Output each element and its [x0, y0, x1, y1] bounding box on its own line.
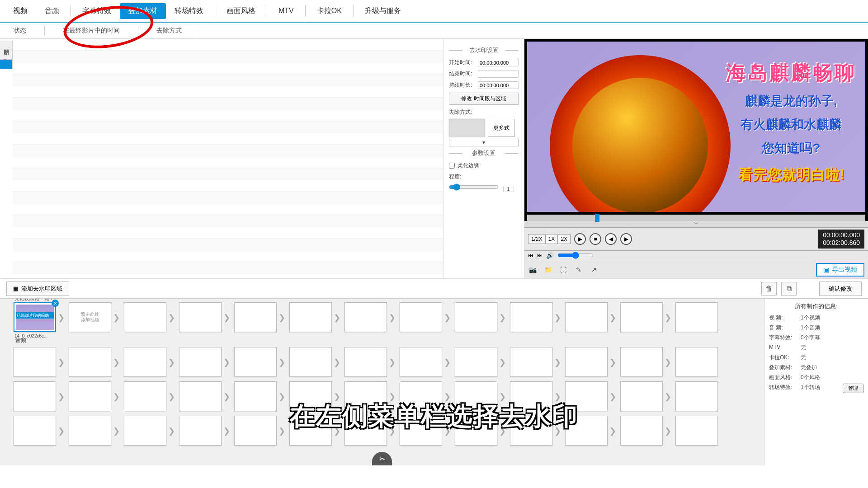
transition-icon[interactable]: ❯ [113, 392, 122, 401]
transition-icon[interactable]: ❯ [223, 313, 232, 322]
transition-icon[interactable]: ❯ [113, 313, 122, 322]
timeline-clip-empty[interactable] [124, 416, 166, 446]
transition-icon[interactable]: ❯ [609, 357, 618, 366]
speed-half[interactable]: 1/2X [528, 235, 546, 244]
timeline-clip-empty[interactable] [179, 347, 222, 377]
clip-remove-icon[interactable]: ✕ [52, 300, 59, 307]
timeline-clip-empty[interactable] [14, 347, 56, 377]
timeline-clip-empty[interactable] [179, 302, 222, 332]
cut-tool-button[interactable]: ✂ [372, 452, 392, 465]
open-folder-icon[interactable]: 📁 [543, 265, 552, 274]
timeline-clip-empty[interactable] [14, 381, 56, 411]
timeline-clip-empty[interactable] [675, 416, 718, 446]
timeline-clip-empty[interactable] [234, 416, 277, 446]
snapshot-icon[interactable]: 📷 [528, 265, 537, 274]
transition-icon[interactable]: ❯ [168, 426, 177, 435]
play-button[interactable]: ▶ [574, 233, 586, 245]
scrubber-handle[interactable] [595, 214, 599, 222]
timeline-clip-empty[interactable] [620, 347, 663, 377]
scrubber-bar[interactable] [527, 215, 865, 221]
vtab-frame[interactable]: 加相框 [0, 50, 12, 60]
timeline-clip-empty[interactable] [289, 347, 332, 377]
timeline-clip-empty[interactable] [179, 381, 222, 411]
transition-icon[interactable]: ❯ [389, 357, 398, 366]
transition-icon[interactable]: ❯ [168, 392, 177, 401]
collapse-handle[interactable]: ︾ [524, 221, 868, 227]
tab-upgrade[interactable]: 升级与服务 [356, 3, 410, 19]
edit-time-region-button[interactable]: 修改 时间段与区域 [449, 93, 519, 105]
timeline-clip-empty[interactable] [289, 302, 332, 332]
input-start-time[interactable] [478, 59, 519, 66]
timeline-clip-empty[interactable] [234, 302, 277, 332]
confirm-changes-button[interactable]: 确认修改 [819, 282, 862, 296]
transition-icon[interactable]: ❯ [389, 313, 398, 322]
transition-icon[interactable]: ❯ [58, 426, 67, 435]
transition-icon[interactable]: ❯ [168, 313, 177, 322]
transition-icon[interactable]: ❯ [609, 392, 618, 401]
tab-video[interactable]: 视频 [5, 3, 36, 19]
timeline-clip-empty[interactable] [179, 416, 222, 446]
timeline-clip-empty[interactable] [620, 416, 663, 446]
input-duration[interactable] [478, 81, 519, 89]
transition-icon[interactable]: ❯ [58, 392, 67, 401]
tab-karaoke[interactable]: 卡拉OK [308, 3, 350, 19]
timeline-clip-empty[interactable] [565, 302, 608, 332]
timeline-clip-empty[interactable] [455, 347, 497, 377]
transition-icon[interactable]: ❯ [223, 426, 232, 435]
transition-icon[interactable]: ❯ [665, 392, 674, 401]
more-methods-button[interactable]: 更多式 [488, 119, 515, 137]
timeline-clip-empty[interactable] [234, 347, 277, 377]
transition-icon[interactable]: ❯ [278, 392, 288, 401]
timeline-clip-empty[interactable] [234, 381, 277, 411]
timeline-clip-empty[interactable] [565, 347, 608, 377]
transition-icon[interactable]: ❯ [113, 357, 122, 366]
add-watermark-region-button[interactable]: ▦ 添加去水印区域 [6, 282, 69, 296]
transition-icon[interactable]: ❯ [278, 313, 288, 322]
transition-icon[interactable]: ❯ [554, 313, 563, 322]
tab-transition-fx[interactable]: 转场特效 [166, 3, 212, 19]
timeline-clip-empty[interactable] [675, 381, 718, 411]
timeline-clip-empty[interactable] [510, 302, 552, 332]
vtab-sticker[interactable]: 加贴图 [0, 41, 12, 50]
timeline-clip-empty[interactable] [620, 302, 663, 332]
settings-icon[interactable]: ✎ [574, 265, 583, 274]
transition-icon[interactable]: ❯ [334, 313, 343, 322]
tab-mtv[interactable]: MTV [270, 4, 302, 18]
timeline-clip-empty[interactable] [400, 302, 442, 332]
timeline-clip-empty[interactable] [124, 302, 166, 332]
timeline-clip-empty[interactable] [69, 347, 111, 377]
vtab-remove-watermark[interactable]: 去水印 [0, 60, 12, 69]
timeline-clip-empty[interactable] [675, 302, 718, 332]
share-icon[interactable]: ↗ [590, 265, 599, 274]
transition-icon[interactable]: ❯ [444, 357, 453, 366]
prev-frame-button[interactable]: ◀ [605, 233, 617, 245]
transition-icon[interactable]: ❯ [609, 426, 618, 435]
manage-transitions-button[interactable] [843, 384, 863, 393]
transition-icon[interactable]: ❯ [278, 357, 288, 366]
transition-icon[interactable]: ❯ [223, 392, 232, 401]
transition-icon[interactable]: ❯ [499, 313, 508, 322]
timeline-clip-empty[interactable] [344, 302, 387, 332]
timeline-clip-empty[interactable]: 双击此处 添加视频 [69, 302, 111, 332]
timeline-clip-empty[interactable] [675, 347, 718, 377]
input-end-time[interactable] [478, 70, 519, 78]
speed-2x[interactable]: 2X [558, 235, 570, 244]
transition-icon[interactable]: ❯ [554, 357, 563, 366]
timeline-clip-empty[interactable] [69, 416, 111, 446]
slider-degree[interactable] [449, 183, 499, 191]
transition-icon[interactable]: ❯ [113, 426, 122, 435]
speed-1x[interactable]: 1X [546, 235, 558, 244]
volume-icon[interactable]: 🔊 [546, 252, 554, 259]
timeline-clip-empty[interactable] [455, 302, 497, 332]
stop-button[interactable]: ■ [590, 233, 601, 245]
copy-button[interactable]: ⧉ [781, 282, 797, 296]
next-frame-button[interactable]: ▶ [620, 233, 632, 245]
timeline-clip-empty[interactable] [620, 381, 663, 411]
tab-subtitle-fx[interactable]: 字幕特效 [74, 3, 120, 19]
fullscreen-icon[interactable]: ⛶ [559, 265, 568, 274]
seek-end-icon[interactable]: ⏭ [537, 252, 542, 258]
method-sample-preview[interactable] [449, 119, 485, 137]
timeline-clip-empty[interactable] [344, 347, 387, 377]
export-video-button[interactable]: ▣ 导出视频 [816, 263, 864, 277]
timeline-clip-empty[interactable] [69, 381, 111, 411]
